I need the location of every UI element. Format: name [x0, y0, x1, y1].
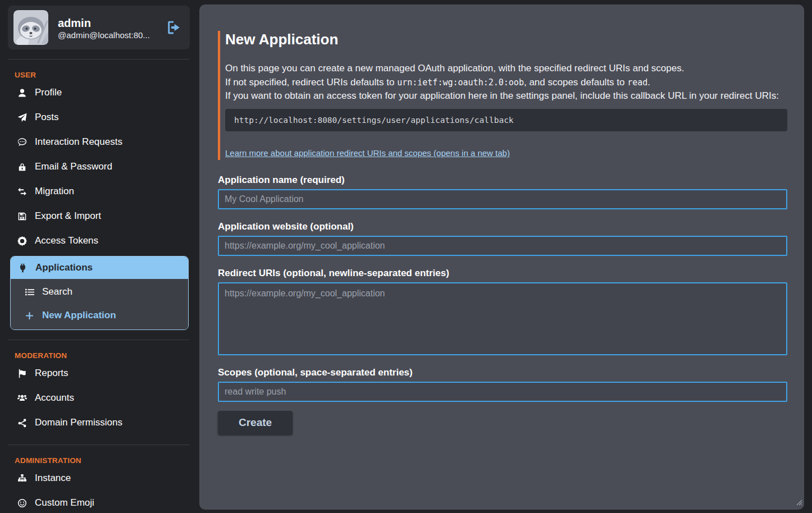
sidebar-item-profile[interactable]: Profile — [0, 80, 199, 105]
user-handle: @admin@localhost:80... — [58, 30, 157, 40]
sidebar-item-label: Domain Permissions — [35, 417, 122, 428]
intro-line2-post: . — [647, 77, 650, 88]
intro-line1: On this page you can create a new manage… — [225, 63, 684, 74]
application-website-label: Application website (optional) — [218, 221, 787, 232]
user-names: admin @admin@localhost:80... — [58, 16, 157, 40]
sidebar-item-label: Reports — [35, 368, 69, 379]
redirect-uris-label: Redirect URIs (optional, newline-separat… — [218, 268, 787, 279]
create-button[interactable]: Create — [218, 411, 293, 434]
applications-submenu: Search New Application — [11, 279, 188, 329]
plus-icon — [24, 311, 34, 320]
application-website-input[interactable] — [218, 236, 787, 256]
scopes-label: Scopes (optional, space-separated entrie… — [218, 367, 787, 378]
sidebar-item-interaction-requests[interactable]: Interaction Requests — [0, 130, 199, 154]
sidebar-item-accounts[interactable]: Accounts — [0, 386, 199, 410]
sidebar-item-export-import[interactable]: Export & Import — [0, 204, 199, 228]
face-smile-icon — [17, 498, 27, 508]
oob-code: urn:ietf:wg:oauth:2.0:oob — [397, 77, 524, 88]
sitemap-icon — [17, 474, 27, 483]
sidebar-item-applications-search[interactable]: Search — [11, 280, 188, 304]
sidebar-item-label: Profile — [35, 87, 62, 98]
intro-line2-mid: , and scopes defaults to — [524, 77, 627, 88]
sidebar-item-label: Custom Emoji — [35, 497, 94, 509]
callback-url-code: http://localhost:8080/settings/user/appl… — [225, 109, 787, 131]
list-icon — [24, 287, 34, 297]
sidebar-item-applications-new[interactable]: New Application — [11, 304, 188, 327]
sidebar-divider — [8, 340, 189, 340]
sidebar-item-label: New Application — [42, 310, 116, 321]
users-icon — [17, 393, 27, 403]
settings-sidebar: admin @admin@localhost:80... USER Profil… — [0, 0, 199, 513]
sidebar-item-label: Posts — [35, 112, 59, 123]
sidebar-group-applications: Applications Search New Application — [10, 256, 189, 330]
sidebar-item-migration[interactable]: Migration — [0, 179, 199, 204]
sidebar-divider — [8, 445, 189, 445]
sidebar-item-label: Access Tokens — [35, 235, 98, 246]
redirect-uris-textarea[interactable] — [218, 282, 787, 355]
sidebar-item-label: Export & Import — [35, 210, 101, 222]
sidebar-item-access-tokens[interactable]: Access Tokens — [0, 228, 199, 253]
sidebar-item-instance[interactable]: Instance — [0, 466, 199, 491]
application-name-input[interactable] — [218, 189, 787, 209]
floppy-disk-icon — [17, 212, 27, 221]
read-code: read — [627, 77, 647, 88]
sidebar-item-label: Accounts — [35, 392, 74, 404]
new-application-intro: New Application On this page you can cre… — [218, 31, 787, 160]
scopes-input[interactable] — [218, 382, 787, 402]
sidebar-item-label: Search — [42, 286, 72, 297]
sidebar-item-reports[interactable]: Reports — [0, 361, 199, 386]
certificate-icon — [17, 236, 27, 246]
sidebar-item-label: Instance — [35, 473, 71, 484]
page-title: New Application — [225, 31, 787, 48]
share-nodes-icon — [17, 418, 27, 428]
application-name-label: Application name (required) — [218, 175, 787, 186]
sidebar-item-custom-emoji[interactable]: Custom Emoji — [0, 491, 199, 513]
paper-plane-icon — [17, 113, 27, 122]
sidebar-item-email-password[interactable]: Email & Password — [0, 154, 199, 179]
resize-grip-icon[interactable] — [796, 498, 802, 508]
sidebar-item-domain-permissions[interactable]: Domain Permissions — [0, 410, 199, 435]
sign-out-icon — [166, 20, 181, 35]
sidebar-item-label: Applications — [35, 262, 93, 273]
sidebar-item-label: Interaction Requests — [35, 136, 122, 148]
avatar — [13, 10, 48, 45]
flag-icon — [17, 369, 27, 378]
plug-icon — [17, 263, 28, 273]
right-left-icon — [17, 187, 27, 196]
new-application-form: Application name (required) Application … — [218, 175, 787, 434]
sidebar-item-applications[interactable]: Applications — [11, 256, 188, 279]
comment-dots-icon — [17, 138, 27, 147]
user-icon — [17, 88, 27, 98]
lock-icon — [17, 162, 27, 172]
username: admin — [58, 16, 157, 30]
sidebar-item-posts[interactable]: Posts — [0, 105, 199, 130]
learn-more-link[interactable]: Learn more about application redirect UR… — [225, 148, 510, 158]
section-label-moderation: MODERATION — [15, 351, 199, 360]
sidebar-divider — [8, 59, 189, 59]
section-label-administration: ADMINISTRATION — [15, 456, 199, 465]
sidebar-item-label: Migration — [35, 186, 74, 197]
user-card: admin @admin@localhost:80... — [8, 6, 190, 49]
intro-text: On this page you can create a new manage… — [225, 62, 787, 103]
logout-button[interactable] — [166, 20, 181, 35]
main-panel: New Application On this page you can cre… — [199, 4, 804, 510]
intro-line3: If you want to obtain an access token fo… — [225, 90, 779, 101]
intro-line2-pre: If not specified, redirect URIs defaults… — [225, 77, 397, 88]
section-label-user: USER — [15, 71, 199, 79]
sidebar-item-label: Email & Password — [35, 161, 112, 172]
